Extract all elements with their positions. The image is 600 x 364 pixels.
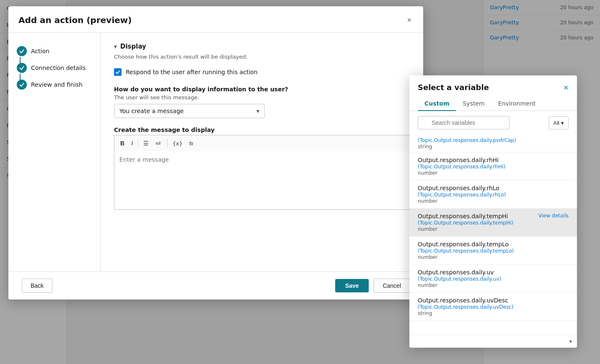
checkmark-icon: [19, 65, 25, 71]
bullet-list-icon: ☰: [143, 140, 149, 147]
modal-body: Action Connection details Review and fin…: [8, 33, 423, 271]
create-message-group: Create the message to display B I ☰ ≡#: [114, 126, 410, 211]
vp-title: Select a variable: [418, 83, 489, 92]
vp-item-uvdesc[interactable]: Output.responses.daily.uvDesc (Topic.Out…: [409, 293, 577, 321]
tab-environment[interactable]: Environment: [491, 97, 542, 111]
vp-first-item-type: string: [418, 144, 569, 150]
message-textarea[interactable]: [114, 151, 410, 210]
vp-header: Select a variable ×: [409, 75, 577, 97]
vp-item-type: string: [418, 310, 569, 316]
tab-system[interactable]: System: [456, 97, 491, 111]
nav-item-connection[interactable]: Connection details: [15, 59, 93, 76]
create-message-label: Create the message to display: [114, 126, 410, 133]
display-form-group: How do you want to display information t…: [114, 86, 410, 118]
italic-button[interactable]: I: [129, 139, 135, 148]
vp-item-path: (Topic.Output.responses.daily.uv): [418, 276, 569, 282]
modal-close-button[interactable]: ×: [405, 15, 413, 26]
vp-search-area: 🔍 All ▾: [409, 111, 577, 134]
bold-button[interactable]: B: [118, 139, 127, 148]
modal-content: ▾ Display Choose how this action's resul…: [101, 33, 423, 271]
nav-label-review: Review and finish: [31, 81, 83, 88]
vp-item-header: Output.responses.daily.tempHi (Topic.Out…: [418, 213, 569, 232]
vp-item-path: (Topic.Output.responses.daily.rhLo): [418, 192, 569, 198]
section-chevron-icon: ▾: [114, 43, 117, 50]
dropdown-value: You create a message: [119, 108, 184, 114]
svg-text:≡#: ≡#: [155, 141, 161, 146]
nav-check-connection: [17, 63, 27, 73]
section-title: Display: [120, 43, 146, 50]
modal-title: Add an action (preview): [18, 15, 132, 25]
section-description: Choose how this action's result will be …: [114, 54, 410, 60]
filter-button[interactable]: All ▾: [549, 116, 569, 129]
nav-label-action: Action: [31, 48, 49, 54]
respond-checkbox[interactable]: [114, 68, 122, 76]
search-wrapper: 🔍: [418, 116, 546, 129]
vp-first-item-path: (Topic.Output.responses.daily.pvdrCap): [418, 137, 569, 143]
vp-first-item[interactable]: (Topic.Output.responses.daily.pvdrCap) s…: [409, 134, 577, 152]
checkbox-check-icon: [115, 70, 120, 75]
formula-button[interactable]: fx: [187, 139, 196, 148]
variable-button[interactable]: {x}: [170, 139, 185, 148]
add-action-modal: Add an action (preview) × Action: [8, 6, 423, 299]
vp-item-name: Output.responses.daily.rhLo: [418, 185, 569, 191]
content-scroll-area: ▾ Display Choose how this action's resul…: [101, 33, 423, 230]
vp-scroll-indicator: ▾: [409, 335, 577, 348]
toolbar-divider: [167, 139, 168, 147]
display-type-dropdown[interactable]: You create a message ▾: [114, 104, 265, 118]
chevron-down-icon: ▾: [256, 108, 259, 114]
toolbar-divider: [138, 139, 138, 147]
vp-tabs: Custom System Environment: [409, 97, 577, 111]
vp-item-type: number: [418, 226, 513, 232]
vp-item-templo[interactable]: Output.responses.daily.tempLo (Topic.Out…: [409, 237, 577, 265]
vp-item-type: number: [418, 198, 569, 204]
back-button[interactable]: Back: [22, 279, 52, 293]
vp-item-uv[interactable]: Output.responses.daily.uv (Topic.Output.…: [409, 265, 577, 293]
save-button[interactable]: Save: [335, 279, 369, 292]
vp-item-name: Output.responses.daily.uvDesc: [418, 297, 569, 304]
user-will-see-label: The user will see this message.: [114, 94, 410, 101]
vp-item-path: (Topic.Output.responses.daily.tempLo): [418, 248, 569, 254]
vp-item-rhlo[interactable]: Output.responses.daily.rhLo (Topic.Outpu…: [409, 181, 577, 209]
how-display-label: How do you want to display information t…: [114, 86, 410, 93]
numbered-list-svg: ≡#: [155, 139, 162, 146]
vp-item-path: (Topic.Output.responses.daily.tempHi): [418, 220, 513, 226]
vp-item-name-group: Output.responses.daily.tempHi (Topic.Out…: [418, 213, 513, 232]
nav-item-review[interactable]: Review and finish: [15, 76, 93, 93]
modal-header: Add an action (preview) ×: [8, 6, 423, 33]
vp-item-type: number: [418, 170, 569, 176]
vp-item-rhhi[interactable]: Output.responses.daily.rhHi (Topic.Outpu…: [409, 152, 577, 181]
numbered-list-button[interactable]: ≡#: [153, 138, 165, 149]
scroll-down-icon: ▾: [569, 338, 572, 344]
nav-item-action[interactable]: Action: [15, 43, 93, 59]
modal-nav: Action Connection details Review and fin…: [8, 33, 101, 271]
vp-item-type: number: [418, 254, 569, 260]
nav-check-action: [17, 46, 27, 56]
checkmark-icon: [19, 48, 25, 54]
vp-item-name: Output.responses.daily.tempHi: [418, 213, 513, 219]
vp-variable-list: (Topic.Output.responses.daily.pvdrCap) s…: [409, 134, 577, 335]
respond-checkbox-label: Respond to the user after running this a…: [126, 69, 258, 75]
modal-footer: Back Save Cancel: [8, 271, 423, 299]
checkmark-icon: [19, 82, 25, 88]
vp-item-name: Output.responses.daily.tempLo: [418, 241, 569, 248]
vp-item-temphi[interactable]: Output.responses.daily.tempHi (Topic.Out…: [409, 209, 577, 237]
tab-custom[interactable]: Custom: [418, 97, 456, 111]
nav-label-connection: Connection details: [31, 65, 85, 71]
numbered-list-icon: ≡#: [155, 141, 162, 147]
bullet-list-button[interactable]: ☰: [141, 139, 151, 148]
nav-check-review: [17, 80, 27, 90]
variable-panel: Select a variable × Custom System Enviro…: [409, 75, 577, 348]
vp-item-path: (Topic.Output.responses.daily.uvDesc): [418, 304, 569, 310]
vp-close-button[interactable]: ×: [564, 83, 569, 92]
vp-item-name: Output.responses.daily.rhHi: [418, 157, 569, 163]
vp-item-name: Output.responses.daily.uv: [418, 269, 569, 276]
filter-chevron-icon: ▾: [561, 120, 564, 126]
section-header: ▾ Display: [114, 43, 410, 50]
respond-checkbox-row[interactable]: Respond to the user after running this a…: [114, 68, 410, 76]
vp-item-type: number: [418, 282, 569, 288]
view-details-link[interactable]: View details: [538, 213, 569, 219]
cancel-button[interactable]: Cancel: [374, 279, 410, 293]
filter-label: All: [553, 120, 559, 126]
search-input[interactable]: [418, 116, 509, 129]
message-toolbar: B I ☰ ≡#: [114, 135, 410, 151]
